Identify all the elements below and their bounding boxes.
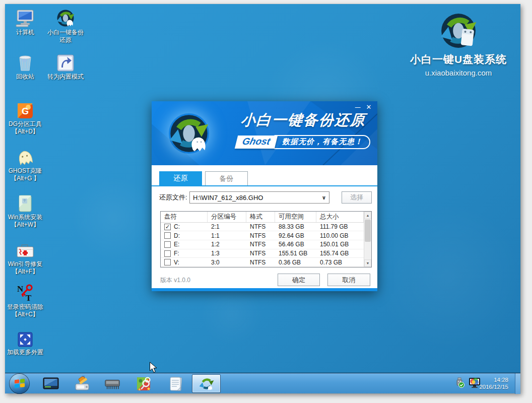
restore-file-label: 还原文件:	[159, 191, 187, 204]
desktop-icon-label: Win引导修复【Alt+F】	[8, 260, 43, 276]
close-icon[interactable]: ✕	[363, 103, 374, 112]
table-row[interactable]: E: 1:2 NTFS 56.46 GB 150.01 GB	[161, 240, 364, 249]
checkbox-unchecked[interactable]	[164, 232, 171, 239]
window-bottom-strip	[152, 288, 377, 291]
desktop-icon-xiaobai-backup[interactable]: 小白一键备份还原	[42, 9, 89, 44]
checkbox-checked[interactable]: ✓	[164, 224, 171, 230]
ghost-badge: Ghost	[235, 136, 278, 149]
desktop-icon-win-boot-repair[interactable]: Win引导修复【Alt+F】	[5, 241, 49, 276]
col-header-format: 格式	[246, 212, 275, 222]
svg-text:N: N	[17, 284, 24, 294]
ok-button[interactable]: 确定	[278, 274, 320, 286]
mouse-cursor	[149, 362, 158, 373]
col-header-partition: 分区编号	[208, 212, 246, 222]
usb-tray-icon[interactable]	[454, 377, 465, 390]
desktop[interactable]: 计算机 回收站 G DG分区工	[5, 4, 520, 373]
branding-url: u.xiaobaixitong.com	[401, 69, 516, 77]
tab-restore[interactable]: 还原	[159, 171, 202, 185]
col-header-drive: 盘符	[161, 212, 208, 222]
cancel-button[interactable]: 取消	[327, 274, 370, 286]
col-header-total: 总大小	[316, 212, 364, 222]
taskbar-disk-cleanup-icon[interactable]	[74, 376, 90, 392]
desktop-icon-label: 转为内置模式	[47, 73, 84, 81]
ghost-icon	[16, 148, 34, 166]
branding-title: 小白一键U盘装系统	[401, 52, 516, 66]
first-aid-kit-icon	[16, 241, 35, 259]
select-button[interactable]: 选择	[342, 191, 372, 204]
taskbar-screenshot-tool-icon[interactable]	[136, 376, 152, 392]
table-scrollbar[interactable]: ▲ ▼	[364, 212, 371, 267]
table-row[interactable]: D: 1:1 NTFS 92.64 GB 110.00 GB	[161, 231, 364, 240]
tab-backup[interactable]: 备份	[205, 171, 248, 185]
svg-text:G: G	[22, 106, 29, 116]
scrollbar-thumb[interactable]	[365, 220, 371, 242]
scroll-down-icon[interactable]: ▼	[364, 259, 371, 267]
scroll-up-icon[interactable]: ▲	[364, 212, 371, 219]
desktop-icon-label: 登录密码清除【Alt+C】	[7, 303, 43, 318]
taskbar-notepad-icon[interactable]	[168, 376, 184, 392]
dg-partition-icon: G	[17, 101, 33, 119]
recycle-bin-icon	[17, 53, 33, 72]
desktop-icon-label: 小白一键备份还原	[47, 29, 84, 44]
restore-file-value: H:\WIN7_612_x86.GHO	[190, 194, 319, 202]
tab-underline	[152, 185, 377, 186]
computer-icon	[15, 9, 35, 27]
desktop-icon-label: GHOST克隆【Alt+G 】	[9, 167, 42, 182]
taskbar-desktop-viewer-icon[interactable]	[43, 376, 59, 392]
desktop-icon-label: DG分区工具【Alt+D】	[9, 120, 42, 136]
desktop-icon-builtin-mode[interactable]: 转为内置模式	[42, 53, 89, 81]
screen: 计算机 回收站 G DG分区工	[5, 4, 520, 393]
expand-arrows-icon	[18, 329, 33, 347]
checkbox-unchecked[interactable]	[164, 259, 171, 265]
sync-arrows-icon	[56, 9, 75, 27]
table-header-row: 盘符 分区编号 格式 可用空间 总大小	[161, 212, 364, 223]
desktop-icon-dg-partition[interactable]: G DG分区工具【Alt+D】	[5, 101, 49, 136]
desktop-icon-label: 加载更多外置	[7, 349, 43, 356]
backup-restore-window: 小白一键备份还原 Ghost 数据无价，有备无患！ ─ ✕ 还原 备份 还原文件…	[152, 101, 377, 291]
nt-key-icon: N T	[15, 284, 35, 302]
checkbox-unchecked[interactable]	[164, 250, 171, 257]
minimize-icon[interactable]: ─	[352, 103, 363, 112]
clock-date: 2016/12/15	[479, 383, 508, 390]
window-body: 还原 备份 还原文件: H:\WIN7_612_x86.GHO ∨ 选择 盘符 …	[152, 165, 377, 288]
start-button[interactable]	[9, 373, 30, 394]
win-install-icon	[19, 194, 32, 212]
desktop-icon-ghost-clone[interactable]: GHOST克隆【Alt+G 】	[5, 148, 49, 182]
partition-table: 盘符 分区编号 格式 可用空间 总大小 ✓C: 2:1 NTFS 88.33 G…	[160, 211, 372, 267]
desktop-icon-label: Win系统安装【Alt+W】	[8, 214, 43, 229]
taskbar-clock[interactable]: 14:28 2016/12/15	[479, 376, 508, 390]
branding: 小白一键U盘装系统 u.xiaobaixitong.com	[401, 12, 516, 77]
system-tray	[454, 373, 481, 394]
table-row[interactable]: F: 1:3 NTFS 155.51 GB 155.74 GB	[161, 249, 364, 258]
taskbar-active-app-button[interactable]	[192, 374, 221, 393]
table-row[interactable]: ✓C: 2:1 NTFS 88.33 GB 111.79 GB	[161, 223, 364, 232]
desktop-icon-label: 回收站	[16, 73, 34, 81]
restore-file-combobox[interactable]: H:\WIN7_612_x86.GHO ∨	[189, 191, 329, 204]
svg-text:T: T	[26, 293, 32, 302]
window-titlebar[interactable]: 小白一键备份还原 Ghost 数据无价，有备无患！ ─ ✕	[152, 101, 377, 165]
chevron-down-icon[interactable]: ∨	[319, 194, 329, 201]
desktop-icon-load-more[interactable]: 加载更多外置	[5, 329, 49, 356]
col-header-free: 可用空间	[275, 212, 316, 222]
checkbox-unchecked[interactable]	[164, 241, 171, 248]
scrollbar-track[interactable]	[364, 219, 371, 259]
table-row[interactable]: V: 3:0 NTFS 0.36 GB 0.73 GB	[161, 258, 364, 267]
taskbar-memory-icon[interactable]	[104, 376, 120, 392]
desktop-icon-win-install[interactable]: Win系统安装【Alt+W】	[5, 194, 49, 229]
clock-time: 14:28	[479, 376, 508, 383]
app-logo-icon	[169, 113, 209, 154]
version-label: 版本 v1.0.0	[160, 276, 190, 285]
curved-arrow-icon	[57, 53, 74, 72]
usb-sync-logo-icon	[440, 12, 477, 51]
window-title: 小白一键备份还原	[231, 110, 376, 130]
taskbar: 14:28 2016/12/15	[5, 373, 520, 393]
show-desktop-button[interactable]	[515, 373, 520, 394]
desktop-icon-label: 计算机	[16, 29, 34, 36]
desktop-icon-password-clear[interactable]: N T 登录密码清除【Alt+C】	[5, 284, 49, 318]
ghost-slogan: 数据无价，有备无患！	[274, 135, 370, 149]
